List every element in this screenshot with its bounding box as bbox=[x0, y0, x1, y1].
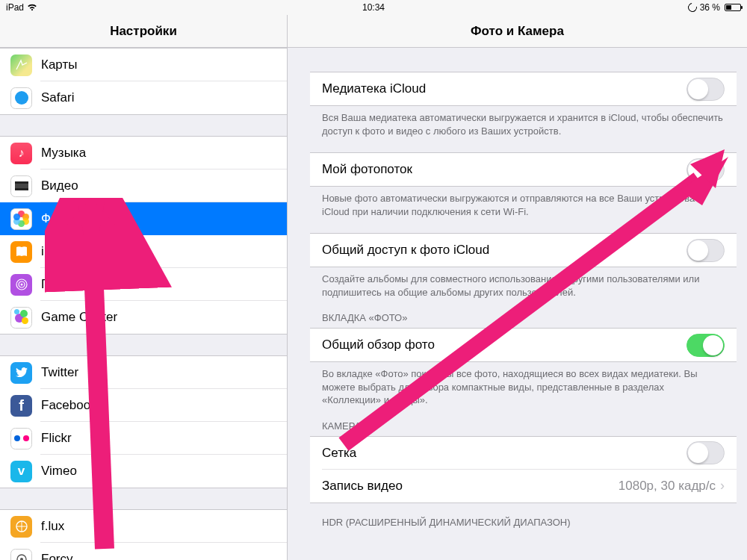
settings-sidebar: Настройки Карты Safari ♪ Музыка bbox=[0, 15, 288, 560]
gamecenter-icon bbox=[10, 307, 32, 329]
status-bar: iPad 10:34 36 % bbox=[0, 0, 747, 15]
sidebar-title: Настройки bbox=[0, 15, 287, 48]
clock: 10:34 bbox=[362, 2, 385, 13]
section-footer: Создайте альбомы для совместного использ… bbox=[310, 267, 737, 299]
svg-point-6 bbox=[20, 284, 22, 286]
twitter-icon bbox=[10, 362, 32, 384]
sidebar-item-label: Game Center bbox=[41, 310, 276, 325]
section-header: ВКЛАДКА «ФОТО» bbox=[310, 299, 737, 328]
row-label: Запись видео bbox=[322, 479, 619, 494]
toggle-summarize[interactable] bbox=[686, 334, 725, 357]
section-footer: Во вкладке «Фото» показаны все фото, нах… bbox=[310, 362, 737, 407]
sidebar-item-flickr[interactable]: Flickr bbox=[0, 422, 287, 455]
wifi-icon bbox=[27, 4, 37, 11]
sidebar-item-twitter[interactable]: Twitter bbox=[0, 356, 287, 389]
row-icloud-library[interactable]: Медиатека iCloud bbox=[310, 72, 737, 105]
sidebar-item-photos[interactable]: Фото и Камера bbox=[0, 202, 287, 235]
sidebar-item-forcy[interactable]: Forcy bbox=[0, 543, 287, 560]
section-footer: Вся Ваша медиатека автоматически выгружа… bbox=[310, 106, 737, 137]
video-icon bbox=[10, 175, 32, 197]
row-label: Общий обзор фото bbox=[322, 337, 686, 352]
sidebar-item-flux[interactable]: f.lux bbox=[0, 510, 287, 543]
toggle-icloud-sharing[interactable] bbox=[686, 239, 725, 262]
row-label: Мой фотопоток bbox=[322, 162, 686, 177]
sidebar-item-label: Карты bbox=[41, 57, 276, 72]
sidebar-item-label: Фото и Камера bbox=[41, 211, 276, 226]
svg-rect-3 bbox=[15, 188, 28, 190]
row-label: Медиатека iCloud bbox=[322, 81, 686, 96]
sidebar-item-label: Подкасты bbox=[41, 277, 276, 292]
photos-icon bbox=[10, 208, 32, 230]
row-value: 1080p, 30 кадр/с bbox=[619, 479, 716, 494]
battery-percent: 36 % bbox=[700, 2, 720, 13]
toggle-icloud-library[interactable] bbox=[686, 78, 725, 101]
facebook-icon: f bbox=[10, 395, 32, 417]
svg-point-0 bbox=[15, 91, 28, 105]
section-header: КАМЕРА bbox=[310, 407, 737, 436]
music-icon: ♪ bbox=[10, 143, 32, 164]
row-photostream[interactable]: Мой фотопоток bbox=[310, 153, 737, 186]
row-grid[interactable]: Сетка bbox=[310, 437, 737, 470]
sidebar-item-label: Twitter bbox=[41, 365, 276, 380]
chevron-right-icon: › bbox=[720, 478, 725, 494]
sidebar-item-label: Flickr bbox=[41, 431, 276, 446]
flickr-icon bbox=[10, 428, 32, 449]
section-footer: Новые фото автоматически выгружаются и о… bbox=[310, 187, 737, 218]
sidebar-item-label: iBooks bbox=[41, 244, 276, 259]
ibooks-icon bbox=[10, 241, 32, 263]
sidebar-item-label: Vimeo bbox=[41, 464, 276, 479]
sidebar-item-facebook[interactable]: f Facebook bbox=[0, 389, 287, 422]
toggle-grid[interactable] bbox=[686, 441, 725, 464]
sidebar-item-ibooks[interactable]: iBooks bbox=[0, 235, 287, 268]
maps-icon bbox=[10, 55, 32, 76]
sidebar-item-music[interactable]: ♪ Музыка bbox=[0, 137, 287, 169]
sidebar-item-label: Forcy bbox=[41, 552, 276, 560]
sidebar-item-label: Музыка bbox=[41, 146, 276, 161]
sidebar-item-video[interactable]: Видео bbox=[0, 169, 287, 202]
vimeo-icon: v bbox=[10, 461, 32, 482]
row-label: Общий доступ к фото iCloud bbox=[322, 243, 686, 258]
toggle-photostream[interactable] bbox=[686, 158, 725, 181]
sidebar-item-label: Facebook bbox=[41, 398, 276, 413]
row-summarize[interactable]: Общий обзор фото bbox=[310, 329, 737, 361]
sidebar-item-maps[interactable]: Карты bbox=[0, 49, 287, 81]
battery-icon bbox=[725, 4, 741, 11]
sidebar-item-label: Safari bbox=[41, 90, 276, 105]
flux-icon bbox=[10, 516, 32, 538]
row-icloud-sharing[interactable]: Общий доступ к фото iCloud bbox=[310, 234, 737, 267]
detail-title: Фото и Камера bbox=[288, 15, 747, 48]
sidebar-item-podcasts[interactable]: Подкасты bbox=[0, 268, 287, 301]
sidebar-item-label: Видео bbox=[41, 178, 276, 193]
sidebar-item-safari[interactable]: Safari bbox=[0, 81, 287, 114]
svg-rect-2 bbox=[15, 181, 28, 184]
sync-icon bbox=[686, 1, 698, 14]
podcasts-icon bbox=[10, 274, 32, 296]
row-label: Сетка bbox=[322, 446, 686, 461]
row-record-video[interactable]: Запись видео 1080p, 30 кадр/с › bbox=[310, 470, 737, 503]
safari-icon bbox=[10, 87, 32, 109]
forcy-icon bbox=[10, 549, 32, 561]
device-label: iPad bbox=[6, 2, 24, 13]
sidebar-item-label: f.lux bbox=[41, 519, 276, 534]
section-header: HDR (РАСШИРЕННЫЙ ДИНАМИЧЕСКИЙ ДИАПАЗОН) bbox=[310, 503, 737, 532]
sidebar-item-gamecenter[interactable]: Game Center bbox=[0, 301, 287, 334]
sidebar-item-vimeo[interactable]: v Vimeo bbox=[0, 455, 287, 488]
detail-pane: Фото и Камера Медиатека iCloud Вся Ваша … bbox=[288, 15, 747, 560]
